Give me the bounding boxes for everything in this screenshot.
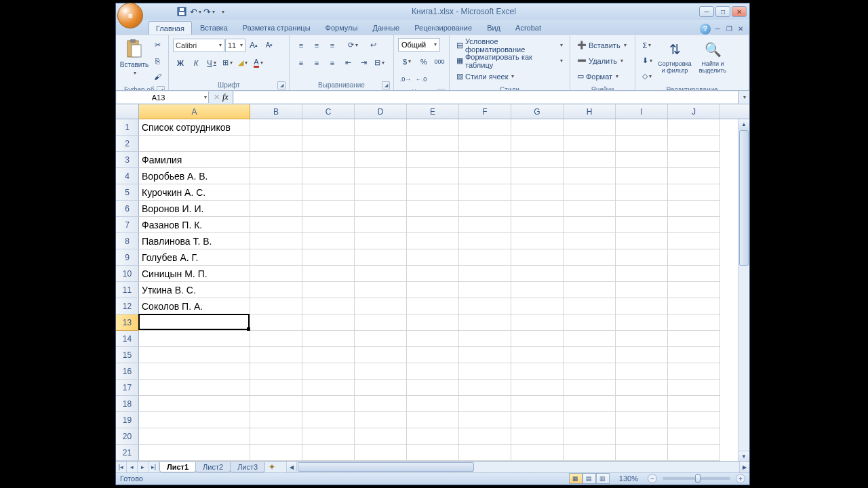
row-header-18[interactable]: 18 xyxy=(116,396,139,412)
column-header-B[interactable]: B xyxy=(250,104,302,119)
cell-H1[interactable] xyxy=(564,119,616,136)
fill-button[interactable]: ⬇▾ xyxy=(639,54,654,68)
cell-H7[interactable] xyxy=(564,217,616,233)
column-header-I[interactable]: I xyxy=(616,104,668,119)
align-bottom-button[interactable]: ≡ xyxy=(325,38,340,53)
sheet-tab-Лист3[interactable]: Лист3 xyxy=(230,462,265,472)
cell-I1[interactable] xyxy=(616,119,668,136)
cell-J10[interactable] xyxy=(668,266,720,282)
scroll-right-icon[interactable]: ▶ xyxy=(739,462,749,472)
cell-C19[interactable] xyxy=(302,412,355,428)
cell-J7[interactable] xyxy=(668,217,720,233)
cell-C21[interactable] xyxy=(302,445,355,461)
cell-D11[interactable] xyxy=(355,282,407,298)
undo-icon[interactable]: ↶▾ xyxy=(189,5,201,18)
cell-J19[interactable] xyxy=(668,412,720,428)
cell-G19[interactable] xyxy=(511,412,564,428)
cell-E6[interactable] xyxy=(407,201,459,217)
cell-J14[interactable] xyxy=(668,331,720,347)
cell-I21[interactable] xyxy=(616,445,668,461)
cell-J15[interactable] xyxy=(668,347,720,363)
vscroll-thumb[interactable] xyxy=(739,130,749,266)
cell-H11[interactable] xyxy=(564,282,616,298)
select-all-corner[interactable] xyxy=(116,104,139,119)
chevron-down-icon[interactable]: ▾ xyxy=(204,94,207,100)
cell-E19[interactable] xyxy=(407,412,459,428)
tab-вставка[interactable]: Вставка xyxy=(193,21,235,35)
cell-E17[interactable] xyxy=(407,380,459,396)
view-page-layout-button[interactable]: ▤ xyxy=(583,473,596,484)
tab-разметка страницы[interactable]: Разметка страницы xyxy=(236,21,317,35)
cell-C17[interactable] xyxy=(302,380,355,396)
workbook-restore-button[interactable]: ❐ xyxy=(724,25,734,33)
cell-I4[interactable] xyxy=(616,168,668,184)
cell-J20[interactable] xyxy=(668,428,720,445)
cell-B2[interactable] xyxy=(250,136,302,152)
row-header-3[interactable]: 3 xyxy=(116,152,139,168)
cell-A12[interactable]: Соколов П. А. xyxy=(139,298,250,314)
cell-I7[interactable] xyxy=(616,217,668,233)
row-header-6[interactable]: 6 xyxy=(116,201,139,217)
cell-D9[interactable] xyxy=(355,249,407,266)
cell-B4[interactable] xyxy=(250,168,302,184)
vertical-scrollbar[interactable]: ▲ ▼ xyxy=(738,119,749,461)
expand-formula-bar-icon[interactable]: ▾ xyxy=(738,91,749,104)
column-header-H[interactable]: H xyxy=(564,104,616,119)
row-header-10[interactable]: 10 xyxy=(116,266,139,282)
hscroll-thumb[interactable] xyxy=(298,462,474,471)
cell-G14[interactable] xyxy=(511,331,564,347)
cell-H8[interactable] xyxy=(564,233,616,249)
copy-button[interactable]: ⎘ xyxy=(150,54,165,68)
cell-D5[interactable] xyxy=(355,184,407,201)
cell-J6[interactable] xyxy=(668,201,720,217)
cell-H13[interactable] xyxy=(564,314,616,331)
cell-E10[interactable] xyxy=(407,266,459,282)
cell-A5[interactable]: Курочкин А. С. xyxy=(139,184,250,201)
format-painter-button[interactable]: 🖌 xyxy=(150,69,165,84)
cell-D15[interactable] xyxy=(355,347,407,363)
cell-G16[interactable] xyxy=(511,363,564,380)
sheet-tab-Лист2[interactable]: Лист2 xyxy=(195,462,231,472)
fx-icon[interactable]: fx xyxy=(222,92,229,102)
cell-C6[interactable] xyxy=(302,201,355,217)
cell-C11[interactable] xyxy=(302,282,355,298)
formula-input[interactable] xyxy=(234,92,738,103)
align-right-button[interactable]: ≡ xyxy=(325,56,340,70)
cell-F12[interactable] xyxy=(459,298,511,314)
cell-C1[interactable] xyxy=(302,119,355,136)
cell-D18[interactable] xyxy=(355,396,407,412)
cell-F18[interactable] xyxy=(459,396,511,412)
cell-I10[interactable] xyxy=(616,266,668,282)
row-header-5[interactable]: 5 xyxy=(116,184,139,201)
cell-D16[interactable] xyxy=(355,363,407,380)
save-icon[interactable] xyxy=(176,5,188,18)
bold-button[interactable]: Ж xyxy=(173,56,188,70)
row-header-13[interactable]: 13 xyxy=(116,314,139,331)
italic-button[interactable]: К xyxy=(189,56,203,70)
row-header-1[interactable]: 1 xyxy=(116,119,139,136)
cell-B12[interactable] xyxy=(250,298,302,314)
cell-G1[interactable] xyxy=(511,119,564,136)
row-header-2[interactable]: 2 xyxy=(116,136,139,152)
cell-H19[interactable] xyxy=(564,412,616,428)
comma-button[interactable]: 000 xyxy=(432,54,447,69)
cell-styles-button[interactable]: ▧Стили ячеек▾ xyxy=(454,69,566,84)
cell-F7[interactable] xyxy=(459,217,511,233)
wrap-text-button[interactable]: ↩ xyxy=(366,38,380,53)
cell-H16[interactable] xyxy=(564,363,616,380)
cell-J9[interactable] xyxy=(668,249,720,266)
cell-G15[interactable] xyxy=(511,347,564,363)
cell-F11[interactable] xyxy=(459,282,511,298)
cell-E13[interactable] xyxy=(407,314,459,331)
row-header-8[interactable]: 8 xyxy=(116,233,139,249)
insert-sheet-icon[interactable]: ✦ xyxy=(264,462,279,472)
cell-H15[interactable] xyxy=(564,347,616,363)
paste-button[interactable]: Вставить ▾ xyxy=(120,38,149,77)
zoom-in-button[interactable]: + xyxy=(736,474,745,483)
cell-G10[interactable] xyxy=(511,266,564,282)
cell-E15[interactable] xyxy=(407,347,459,363)
cell-D8[interactable] xyxy=(355,233,407,249)
align-launcher-icon[interactable]: ◢ xyxy=(382,81,390,89)
cell-G6[interactable] xyxy=(511,201,564,217)
cell-F8[interactable] xyxy=(459,233,511,249)
